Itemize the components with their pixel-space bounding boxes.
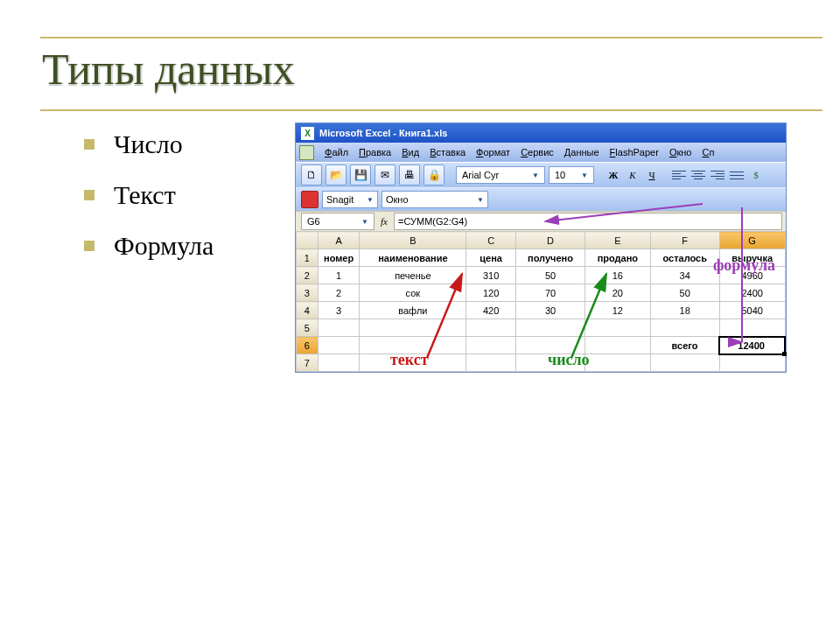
col-header[interactable]: B	[360, 232, 466, 249]
table-row: 5	[297, 319, 786, 337]
bullet-text: Число	[114, 130, 183, 159]
align-left-icon[interactable]	[671, 167, 687, 183]
align-center-icon[interactable]	[690, 167, 706, 183]
fx-icon[interactable]: fx	[374, 216, 394, 227]
font-selector[interactable]: Arial Cyr ▼	[456, 166, 545, 184]
italic-button[interactable]: К	[625, 167, 640, 183]
cell[interactable]: 50	[515, 267, 584, 284]
col-header[interactable]: E	[585, 232, 651, 249]
spreadsheet-grid[interactable]: A B C D E F G 1 номер наименование цена …	[296, 231, 786, 372]
cell[interactable]: 120	[466, 284, 516, 302]
email-icon[interactable]: ✉	[374, 164, 396, 186]
cell[interactable]	[719, 319, 785, 337]
row-header[interactable]: 5	[297, 319, 318, 337]
merge-center-icon[interactable]	[729, 167, 745, 183]
menu-window[interactable]: Окно	[664, 145, 697, 159]
cell[interactable]: 2	[318, 284, 359, 302]
cell[interactable]: продано	[585, 249, 651, 267]
menu-edit[interactable]: Правка	[354, 145, 396, 159]
cell[interactable]: 3	[318, 302, 359, 319]
table-row: 4 3 вафли 420 30 12 18 5040	[297, 302, 786, 319]
align-right-icon[interactable]	[710, 167, 725, 183]
save-icon[interactable]: 💾	[350, 164, 371, 186]
menu-format[interactable]: Формат	[471, 145, 515, 159]
menu-data[interactable]: Данные	[559, 145, 605, 159]
cell[interactable]: 30	[515, 302, 584, 319]
cell[interactable]: вафли	[360, 302, 466, 319]
cell[interactable]: получено	[515, 249, 584, 267]
select-all-corner[interactable]	[297, 232, 318, 249]
snagit-window-selector[interactable]: Окно ▼	[382, 191, 488, 208]
currency-icon[interactable]: $	[748, 167, 764, 183]
cell[interactable]: номер	[318, 249, 359, 267]
cell-total-label[interactable]: всего	[650, 337, 719, 354]
cell[interactable]: 310	[466, 267, 516, 284]
font-size: 10	[555, 170, 565, 180]
cell[interactable]: цена	[466, 249, 516, 267]
permissions-icon[interactable]: 🔒	[424, 164, 444, 186]
bold-button[interactable]: Ж	[606, 167, 621, 183]
slide-title: Типы данных	[42, 46, 295, 94]
cell[interactable]	[650, 319, 719, 337]
cell-selected[interactable]: 12400	[719, 337, 785, 354]
menu-flashpaper[interactable]: FlashPaper	[605, 145, 664, 159]
cell[interactable]: наименование	[360, 249, 466, 267]
cell[interactable]: 420	[466, 302, 516, 319]
underline-button[interactable]: Ч	[644, 167, 660, 183]
bullet-item: Текст	[84, 180, 214, 210]
cell[interactable]	[318, 337, 359, 354]
menu-file[interactable]: Файл	[319, 145, 354, 159]
formula-input[interactable]: =СУММ(G2:G4)	[394, 213, 782, 230]
new-icon[interactable]: 🗋	[301, 164, 322, 186]
col-header[interactable]: F	[650, 232, 719, 249]
cell[interactable]: сок	[360, 284, 466, 302]
menu-insert[interactable]: Вставка	[424, 145, 471, 159]
snagit-label-box[interactable]: Snagit ▼	[322, 191, 378, 208]
cell[interactable]: 50	[650, 284, 719, 302]
row-header[interactable]: 7	[297, 354, 318, 372]
row-header[interactable]: 2	[297, 267, 318, 284]
row-header[interactable]: 6	[297, 337, 318, 354]
menu-tools[interactable]: Сервис	[515, 145, 559, 159]
menu-view[interactable]: Вид	[396, 145, 424, 159]
col-header[interactable]: G	[719, 232, 785, 249]
cell[interactable]	[466, 337, 516, 354]
name-box[interactable]: G6 ▼	[301, 213, 374, 230]
cell[interactable]	[585, 319, 651, 337]
row-header[interactable]: 1	[297, 249, 318, 267]
cell[interactable]: 20	[585, 284, 651, 302]
snagit-label: Snagit	[326, 194, 354, 205]
row-header[interactable]: 4	[297, 302, 318, 319]
col-header[interactable]: A	[318, 232, 359, 249]
cell[interactable]: 12	[585, 302, 651, 319]
titlebar[interactable]: X Microsoft Excel - Книга1.xls	[296, 123, 786, 143]
bullet-item: Формула	[84, 231, 214, 261]
cell[interactable]: осталось	[650, 249, 719, 267]
open-icon[interactable]: 📂	[326, 164, 346, 186]
formula-bar: G6 ▼ fx =СУММ(G2:G4)	[296, 211, 786, 231]
row-header[interactable]: 3	[297, 284, 318, 302]
cell[interactable]	[318, 319, 359, 337]
cell[interactable]	[585, 337, 651, 354]
snagit-record-icon[interactable]	[301, 191, 318, 208]
column-header-row: A B C D E F G	[297, 232, 786, 249]
cell[interactable]: 18	[650, 302, 719, 319]
cell[interactable]: 34	[650, 267, 719, 284]
cell[interactable]	[515, 319, 584, 337]
cell[interactable]: 5040	[719, 302, 785, 319]
print-icon[interactable]: 🖶	[399, 164, 420, 186]
col-header[interactable]: D	[515, 232, 584, 249]
menu-help[interactable]: Сп	[696, 145, 719, 159]
col-header[interactable]: C	[466, 232, 516, 249]
menu-bar: Файл Правка Вид Вставка Формат Сервис Да…	[296, 143, 786, 162]
cell[interactable]: 1	[318, 267, 359, 284]
slide: Типы данных Число Текст Формула X Micros…	[0, 0, 840, 630]
cell[interactable]	[466, 319, 516, 337]
font-size-selector[interactable]: 10 ▼	[549, 166, 594, 184]
toolbar-snagit: Snagit ▼ Окно ▼ формула	[296, 187, 786, 211]
cell[interactable]	[360, 319, 466, 337]
cell[interactable]: 70	[515, 284, 584, 302]
cell[interactable]: 2400	[719, 284, 785, 302]
cell[interactable]: 16	[585, 267, 651, 284]
cell[interactable]: печенье	[360, 267, 466, 284]
